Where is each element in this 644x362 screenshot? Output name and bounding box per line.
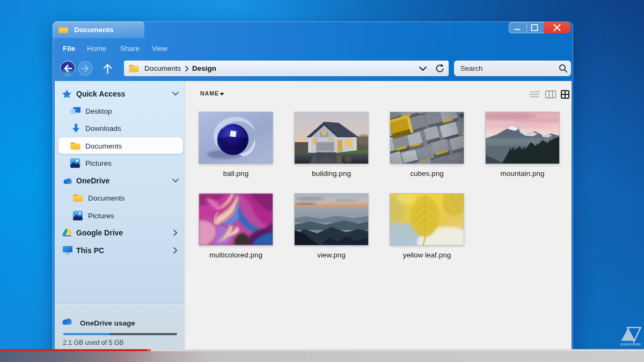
svg-text:SUBSCRIBE: SUBSCRIBE bbox=[620, 342, 641, 346]
